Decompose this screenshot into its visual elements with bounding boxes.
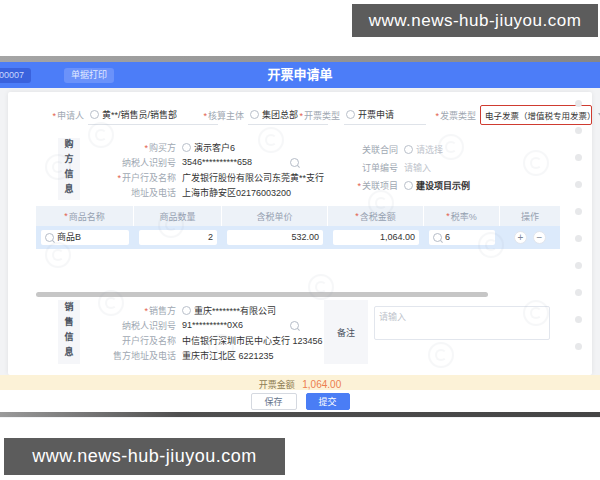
watermark-url-text: www.news-hub-jiuyou.com: [369, 11, 582, 31]
field-seller-bank: 开户行及名称 中信银行深圳市民中心支行 123456: [82, 333, 323, 347]
field-label: 纳税人识别号: [122, 321, 176, 331]
watermark-box-top: www.news-hub-jiuyou.com: [352, 4, 598, 37]
watermark-url-text: www.news-hub-jiuyou.com: [32, 446, 257, 467]
total-bar: 开票金额 1,064.00: [0, 375, 600, 390]
buyer-address-value[interactable]: 上海市静安区02176003200: [182, 186, 291, 199]
required-mark: *: [117, 173, 121, 183]
field-label: 地址及电话: [131, 188, 176, 198]
field-seller-tax-id: 纳税人识别号 91**********0X6: [82, 318, 243, 332]
field-label: 发票类型: [440, 111, 476, 121]
field-label: 关联项目: [362, 181, 398, 191]
perforation-dot: [575, 343, 582, 350]
field-buyer-bank: *开户行及名称 广发银行股份有限公司东莞黄**支行: [82, 170, 324, 184]
buyer-tax-id-value[interactable]: 3546**********658: [182, 157, 252, 167]
watermark-stamp: [88, 122, 114, 148]
perforation-dot: [575, 181, 582, 188]
field-label: 订单编号: [362, 163, 398, 173]
field-buyer-address: 地址及电话 上海市静安区02176003200: [82, 185, 291, 199]
required-mark: *: [435, 111, 439, 121]
invoice-form-card: *申请人 黄**/销售员/销售部 *核算主体 集团总部 *开票类型 开票申请 *…: [8, 92, 592, 375]
seller-section-label: 销售信息: [63, 302, 76, 362]
field-label: 售方地址及电话: [113, 351, 176, 361]
field-applicant: *申请人 黄**/销售员/销售部: [32, 106, 218, 124]
lookup-radio-icon: [404, 145, 413, 154]
required-mark: *: [357, 181, 361, 191]
search-icon: [433, 233, 442, 242]
screenshot-stage: www.news-hub-jiuyou.com 00007 单据打印 开票申请单…: [0, 0, 600, 480]
remark-label: 备注: [337, 326, 355, 339]
watermark-stamp: [98, 290, 124, 316]
search-icon[interactable]: [290, 321, 299, 330]
perforation-dot: [575, 316, 582, 323]
col-operation: 操作: [500, 206, 560, 226]
remove-row-button[interactable]: −: [533, 231, 546, 244]
submit-button[interactable]: 提交: [306, 393, 350, 410]
watermark-stamp: [158, 212, 184, 238]
related-project-value[interactable]: 建设项目示例: [404, 179, 470, 192]
perforation-dot: [575, 100, 582, 107]
buyer-bank-value[interactable]: 广发银行股份有限公司东莞黄**支行: [182, 171, 324, 184]
perforation-dot: [575, 262, 582, 269]
watermark-stamp: [45, 154, 71, 180]
save-button[interactable]: 保存: [251, 393, 297, 410]
order-number-input[interactable]: 请输入: [404, 161, 431, 174]
lookup-radio-icon: [182, 143, 191, 152]
required-mark: *: [144, 306, 148, 316]
col-product-name: *商品名称: [36, 206, 134, 226]
unit-price-input[interactable]: 532.00: [227, 230, 323, 245]
col-unit-price: 含税单价: [222, 206, 328, 226]
perforation-dot: [575, 208, 582, 215]
field-label: 开票类型: [304, 111, 340, 121]
required-mark: *: [299, 111, 303, 121]
lookup-radio-icon: [182, 306, 191, 315]
watermark-stamp: [368, 190, 394, 216]
lookup-radio-icon: [404, 181, 413, 190]
buyer-name-value[interactable]: 演示客户6: [182, 141, 235, 154]
field-label: 销售方: [149, 306, 176, 316]
add-row-button[interactable]: +: [514, 231, 527, 244]
field-label: 核算主体: [208, 111, 244, 121]
table-header-row: *商品名称 商品数量 含税单价 *含税金额 *税率% 操作: [36, 206, 560, 226]
total-label: 开票金额: [259, 380, 295, 390]
field-buyer-tax-id: 纳税人识别号 3546**********658: [82, 155, 252, 169]
watermark-box-bottom: www.news-hub-jiuyou.com: [4, 438, 285, 475]
lookup-radio-icon: [90, 110, 99, 119]
search-icon[interactable]: [290, 158, 299, 167]
required-mark: *: [144, 143, 148, 153]
watermark-stamp: [258, 127, 284, 153]
field-label: 开户行及名称: [122, 336, 176, 346]
billing-type-value[interactable]: 开票申请: [344, 106, 426, 125]
amount-input[interactable]: 1,064.00: [333, 230, 419, 245]
seller-tax-id-value[interactable]: 91**********0X6: [182, 320, 243, 330]
search-icon: [45, 233, 54, 242]
field-label: 购买方: [149, 143, 176, 153]
field-related-contract: 关联合同 请选择: [334, 142, 443, 156]
seller-name-value[interactable]: 重庆********有限公司: [182, 304, 276, 317]
required-mark: *: [203, 111, 207, 121]
perforation-dot: [575, 289, 582, 296]
watermark-stamp: [428, 342, 454, 368]
bottom-edge-strip: [0, 412, 600, 417]
seller-section-strip: 销售信息: [58, 300, 80, 364]
perforation-dot: [575, 127, 582, 134]
perforation-dot: [575, 235, 582, 242]
lookup-radio-icon: [250, 110, 259, 119]
action-button-row: 保存 提交: [0, 390, 600, 412]
watermark-stamp: [308, 274, 334, 300]
lookup-radio-icon: [346, 110, 355, 119]
total-amount: 1,064.00: [302, 379, 341, 390]
field-invoice-type: *发票类型 电子发票（增值税专用发票）: [426, 106, 592, 124]
remark-label-box: 备注: [324, 300, 368, 364]
header-bar: 00007 单据打印 开票申请单: [0, 62, 600, 88]
field-label: 申请人: [57, 111, 84, 121]
field-label: 开户行及名称: [122, 173, 176, 183]
field-order-number: 订单编号 请输入: [334, 160, 431, 174]
required-mark: *: [52, 111, 56, 121]
seller-bank-value[interactable]: 中信银行深圳市民中心支行 123456: [182, 334, 323, 347]
field-billing-type: *开票类型 开票申请: [292, 106, 426, 124]
watermark-stamp: [523, 300, 549, 326]
field-seller-address: 售方地址及电话 重庆市江北区 6221235: [82, 348, 274, 362]
invoice-type-select[interactable]: 电子发票（增值税专用发票）: [480, 105, 592, 125]
field-label: 纳税人识别号: [122, 158, 176, 168]
watermark-stamp: [438, 134, 464, 160]
